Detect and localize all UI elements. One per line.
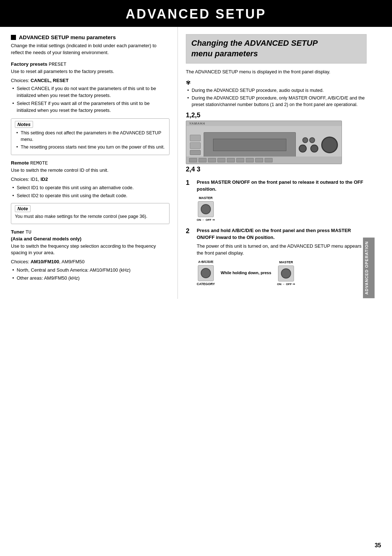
right-column: Changing the ADVANCED SETUP menu paramet… — [178, 27, 374, 299]
device-bottom-btn-4 — [217, 158, 225, 162]
step-2-number: 2 — [186, 227, 192, 235]
step-2-right-device: MASTER ON ← OFF ⇒ — [277, 260, 295, 287]
step-2-left-device: A·B/C/D/E CATEGORY — [197, 260, 215, 287]
device-left-buttons — [190, 135, 201, 155]
device-front-panel: YAMAHA — [186, 121, 342, 164]
device-bottom-btn-9 — [265, 158, 273, 162]
tuner-choices-bold: AM10/FM100 — [30, 259, 59, 264]
notes-list: This setting does not affect the paramet… — [15, 130, 166, 150]
step-1-number: 1 — [186, 179, 192, 187]
right-notes-list: During the ADVANCED SETUP procedure, aud… — [186, 87, 367, 108]
step-2-right-label-top: MASTER — [279, 260, 293, 265]
device-btn-1 — [190, 135, 201, 141]
device-knob-2 — [309, 137, 315, 143]
device-big-knob — [321, 137, 338, 153]
factory-presets-mono: PRESET — [49, 62, 66, 67]
list-item: Select RESET if you want all of the para… — [11, 100, 170, 114]
step-1-knob — [201, 204, 211, 214]
device-diagram: 1,2,5 YAMAHA — [186, 111, 367, 173]
device-logo-bar: YAMAHA — [186, 121, 342, 126]
factory-presets-label: Factory presets — [11, 61, 48, 67]
step-1-text: Press MASTER ON/OFF on the front panel t… — [197, 179, 367, 222]
device-bottom-btn-2 — [199, 158, 207, 162]
step-1-images: MASTER ON ← OFF ⇒ — [197, 196, 367, 222]
step-2-left-knob-wrap — [198, 265, 214, 281]
factory-choices-line: Choices: CANCEL, RESET — [11, 77, 170, 84]
changing-title-line2: menu parameters — [191, 49, 258, 58]
step-2-bold-text: Press and hold A/B/C/D/E on the front pa… — [197, 228, 351, 240]
list-item: This setting does not affect the paramet… — [15, 130, 166, 143]
remote-choices-label: Choices: ID1, — [11, 176, 39, 182]
device-bottom-btn-6 — [236, 158, 244, 162]
header-title: ADVANCED SETUP — [126, 7, 266, 21]
tuner-mono: TU — [25, 230, 31, 235]
note-label: Note — [15, 205, 30, 212]
note-box: Note You must also make settings for the… — [11, 203, 170, 224]
list-item: During the ADVANCED SETUP procedure, aud… — [186, 87, 367, 94]
section-intro: Change the initial settings (indicated i… — [11, 42, 170, 56]
notes-label: Notes — [15, 121, 33, 128]
device-display — [204, 132, 296, 158]
device-knob-3 — [299, 145, 307, 153]
factory-presets-desc: Use to reset all parameters to the facto… — [11, 68, 170, 75]
tuner-choices-label: Choices: — [11, 259, 29, 264]
black-square-icon — [11, 35, 16, 40]
side-tab: ADVANCED OPERATION — [363, 238, 375, 298]
list-item: Other areas: AM9/FM50 (kHz) — [11, 275, 170, 282]
diagram-num-bottom: 2,4 3 — [186, 166, 367, 173]
device-display-inner — [213, 139, 286, 151]
device-btn-2 — [190, 142, 201, 149]
step-2-text: Press and hold A/B/C/D/E on the front pa… — [197, 227, 367, 287]
factory-presets-title: Factory presets PRESET — [11, 61, 170, 67]
step-2-right-knob-wrap — [278, 265, 294, 281]
step-2-normal-text: The power of this unit is turned on, and… — [197, 243, 367, 257]
step-2-right-sub-label: ON ← OFF ⇒ — [277, 282, 295, 287]
step-2-left-label-top: A·B/C/D/E — [198, 260, 213, 264]
diagram-num-top: 1,2,5 — [186, 111, 367, 119]
tuner-title: Tuner TU — [11, 229, 170, 235]
device-bottom-btn-3 — [208, 158, 216, 162]
remote-title: Remote REMOTE — [11, 160, 170, 166]
step-1-knob-device: MASTER ON ← OFF ⇒ — [197, 196, 215, 222]
device-bottom-buttons — [186, 157, 342, 164]
remote-mono: REMOTE — [30, 161, 48, 166]
remote-desc: Use to switch the remote control ID of t… — [11, 167, 170, 174]
note-symbol-icon: ✾ — [186, 79, 367, 86]
step-1-knob-sublabel: ON ← OFF ⇒ — [197, 218, 215, 222]
changing-title-box: Changing the ADVANCED SETUP menu paramet… — [186, 34, 367, 64]
factory-choices-label: Choices: — [11, 78, 29, 83]
remote-bullets: Select ID1 to operate this unit using an… — [11, 184, 170, 199]
factory-presets-bullets: Select CANCEL if you do not want the par… — [11, 85, 170, 114]
step-1-bold-text: Press MASTER ON/OFF on the front panel t… — [197, 179, 363, 192]
steps-section: 1 Press MASTER ON/OFF on the front panel… — [186, 179, 367, 287]
right-notes: ✾ During the ADVANCED SETUP procedure, a… — [186, 79, 367, 108]
remote-choices-bold: ID2 — [41, 176, 48, 182]
section-title-text: ADVANCED SETUP menu parameters — [19, 34, 116, 40]
list-item: North, Central and South America: AM10/F… — [11, 267, 170, 274]
changing-title-line1: Changing the ADVANCED SETUP — [191, 38, 318, 48]
step-1: 1 Press MASTER ON/OFF on the front panel… — [186, 179, 367, 222]
remote-label: Remote — [11, 160, 29, 166]
notes-box: Notes This setting does not affect the p… — [11, 118, 170, 155]
device-right-controls — [299, 137, 318, 153]
device-btn-3 — [190, 150, 201, 155]
section-title: ADVANCED SETUP menu parameters — [11, 34, 170, 40]
step-2-right-knob — [281, 268, 291, 279]
note-text: You must also make settings for the remo… — [15, 213, 166, 220]
list-item: During the ADVANCED SETUP procedure, onl… — [186, 95, 367, 108]
device-bottom-btn-1 — [189, 158, 197, 162]
list-item: Select CANCEL if you do not want the par… — [11, 85, 170, 99]
right-intro: The ADVANCED SETUP menu is displayed in … — [186, 69, 367, 76]
tuner-desc: Use to switch the frequency step selecti… — [11, 243, 170, 257]
step-2-while-holding: While holding down, press — [221, 270, 271, 276]
page-number: 35 — [375, 542, 381, 549]
changing-title: Changing the ADVANCED SETUP menu paramet… — [191, 38, 361, 59]
list-item: Select ID1 to operate this unit using an… — [11, 184, 170, 191]
device-right-row1 — [302, 137, 315, 143]
step-2-left-knob — [201, 268, 211, 278]
step-1-knob-label-top: MASTER — [199, 196, 213, 200]
step-2-left-sub-label: CATEGORY — [197, 282, 215, 287]
device-knob-1 — [302, 137, 308, 143]
step-1-knob-wrap — [198, 201, 214, 217]
left-column: ADVANCED SETUP menu parameters Change th… — [0, 27, 178, 299]
